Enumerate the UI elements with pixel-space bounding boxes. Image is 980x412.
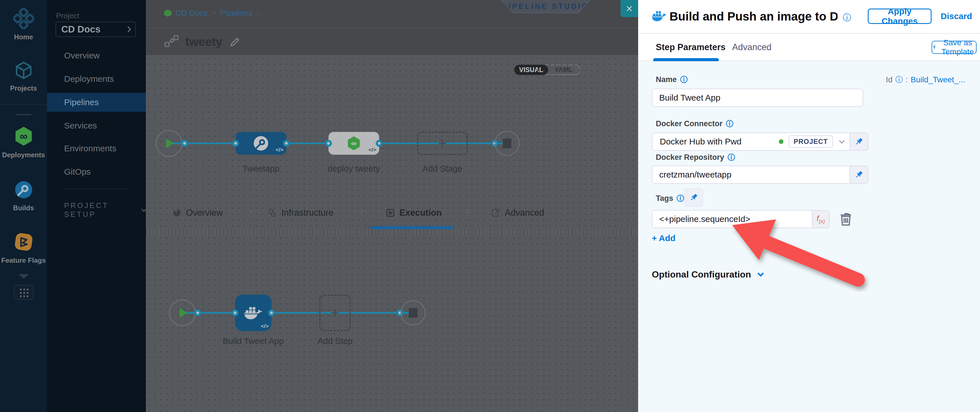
add-tag-button[interactable]: + Add: [652, 233, 675, 243]
tab-label: Infrastructure: [282, 208, 334, 218]
pipeline-title: tweety: [185, 35, 223, 49]
apply-changes-button[interactable]: Apply Changes: [868, 8, 932, 24]
optional-configuration-toggle[interactable]: Optional Configuration: [652, 269, 763, 280]
add-stage-button[interactable]: +: [417, 132, 468, 155]
sidebar-item-label: Projects: [0, 84, 47, 92]
tab-label: Execution: [399, 208, 442, 218]
pipeline-studio-app: Home Projects ∞ Deployments: [0, 0, 980, 412]
stage-end-node[interactable]: [495, 131, 520, 156]
tab-overview[interactable]: Overview: [172, 208, 223, 218]
info-icon[interactable]: ⓘ: [843, 12, 851, 24]
deployments-icon: ∞: [13, 126, 35, 147]
pipeline-studio-badge: PIPELINE STUDIO: [501, 0, 590, 13]
breadcrumb: CD Docs > Pipelines >: [164, 8, 261, 17]
add-step-button[interactable]: +: [319, 294, 351, 331]
sidebar-divider: [64, 189, 130, 189]
sidebar-item-deployments[interactable]: ∞ Deployments: [0, 126, 47, 159]
docker-repository-input[interactable]: [652, 165, 850, 184]
global-sidebar: Home Projects ∞ Deployments: [0, 0, 47, 412]
project-selector[interactable]: CD Docs: [56, 22, 136, 37]
breadcrumb-separator: >: [256, 8, 261, 17]
plus-icon: +: [438, 135, 447, 152]
feature-flags-icon: [13, 231, 34, 253]
sidebar-item-deployments[interactable]: Deployments: [47, 70, 146, 88]
advanced-tab-icon: [491, 208, 500, 217]
name-input[interactable]: [652, 89, 863, 107]
tab-label: Advanced: [505, 208, 544, 218]
sidebar-item-gitops[interactable]: GitOps: [47, 162, 146, 181]
chevron-separator-icon: [463, 208, 469, 214]
stop-icon: [409, 308, 417, 318]
save-as-template-button[interactable]: Save as Template: [932, 41, 977, 54]
docker-connector-select[interactable]: Docker Hub with Pwd PROJECT: [652, 132, 850, 151]
projects-icon: [14, 60, 33, 80]
delete-tag-icon[interactable]: [838, 210, 854, 227]
stage-node-tweetapp[interactable]: </>: [235, 132, 286, 155]
breadcrumb-project-link[interactable]: CD Docs: [175, 8, 207, 17]
connector-ring: [325, 140, 332, 147]
project-setup-toggle[interactable]: PROJECT SETUP: [64, 201, 146, 219]
connector-ring: [283, 140, 290, 147]
play-icon: [166, 138, 174, 148]
step-title: Build and Push an image to D...: [670, 10, 838, 23]
discard-button[interactable]: Discard: [941, 11, 972, 21]
module-grid-button[interactable]: [14, 285, 33, 300]
info-icon[interactable]: ⓘ: [726, 119, 733, 129]
tags-input[interactable]: [652, 210, 813, 228]
home-icon: [13, 8, 34, 29]
yaml-code-glyph: </>: [276, 147, 283, 153]
step-flow-line: [182, 312, 413, 314]
sidebar-item-feature-flags[interactable]: Feature Flags: [0, 231, 47, 264]
ci-stage-icon: [253, 135, 269, 151]
sidebar-item-services[interactable]: Services: [47, 116, 146, 135]
tab-step-parameters[interactable]: Step Parameters: [656, 42, 725, 52]
sidebar-item-pipelines[interactable]: Pipelines: [47, 93, 146, 112]
chevron-right-icon: [125, 27, 131, 32]
fx-expression-icon: f(x): [817, 214, 825, 224]
stage-tab-bar: Overview Infrastructure: [146, 202, 638, 230]
sidebar-item-home[interactable]: Home: [0, 8, 47, 41]
info-icon[interactable]: ⓘ: [896, 75, 903, 84]
optional-configuration-label: Optional Configuration: [652, 269, 751, 280]
repository-pin-suffix[interactable]: [850, 165, 868, 184]
tags-pin-button[interactable]: [684, 188, 703, 207]
step-start-node[interactable]: [169, 299, 196, 326]
chevron-down-icon[interactable]: [18, 274, 29, 278]
title-bar: tweety VISUAL YAML: [146, 28, 638, 55]
connector-ring: [232, 140, 239, 147]
canvas-ruler: [146, 230, 638, 234]
tab-infrastructure[interactable]: Infrastructure: [268, 208, 334, 218]
step-parameters-form: Name ⓘ Id ⓘ : Build_Tweet_... Docker Con…: [638, 62, 980, 412]
upload-icon: [932, 44, 936, 51]
sidebar-item-builds[interactable]: Builds: [0, 180, 47, 212]
step-node-build-tweet-app[interactable]: </>: [235, 294, 272, 331]
tab-advanced[interactable]: Advanced: [732, 42, 772, 52]
selected-tab-underline: [370, 226, 453, 229]
sidebar-item-environments[interactable]: Environments: [47, 139, 146, 158]
connector-ring: [376, 140, 383, 147]
breadcrumb-pipelines-link[interactable]: Pipelines: [220, 8, 252, 17]
connector-pin-suffix[interactable]: [850, 132, 868, 151]
tags-expression-button[interactable]: f(x): [813, 210, 830, 228]
studio-main: CD Docs > Pipelines > PIPELINE STUDIO: [146, 0, 638, 412]
stage-node-deploy-tweety[interactable]: ∞ </>: [328, 132, 379, 155]
pipeline-canvas[interactable]: </> Tweetapp ∞ </> deploy tweety + Add S…: [146, 56, 638, 412]
step-id-value[interactable]: Build_Tweet_...: [911, 75, 965, 84]
sidebar-item-overview[interactable]: Overview: [47, 46, 146, 65]
step-end-node[interactable]: [401, 300, 426, 325]
stage-start-node[interactable]: [156, 130, 182, 157]
close-studio-button[interactable]: ×: [620, 0, 638, 17]
sidebar-item-projects[interactable]: Projects: [0, 60, 47, 92]
tab-advanced[interactable]: Advanced: [491, 208, 544, 218]
infrastructure-tab-icon: [268, 208, 277, 217]
info-icon[interactable]: ⓘ: [728, 153, 735, 162]
info-icon[interactable]: ⓘ: [676, 194, 684, 204]
edit-pencil-icon[interactable]: [229, 36, 241, 48]
sidebar-collapse-handle[interactable]: [16, 114, 31, 115]
id-separator: :: [906, 75, 908, 84]
connector-ring: [181, 140, 188, 147]
drawer-tab-bar: Step Parameters Advanced Save as Templat…: [638, 34, 980, 61]
info-icon[interactable]: ⓘ: [680, 75, 688, 84]
sidebar-item-label: Builds: [0, 204, 47, 212]
tab-execution[interactable]: Execution: [386, 208, 442, 218]
